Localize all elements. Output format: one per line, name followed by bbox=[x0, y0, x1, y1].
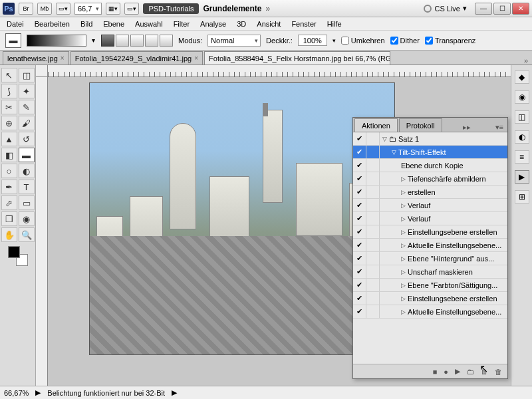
actions-icon[interactable]: ▶ bbox=[515, 170, 529, 184]
menu-bild[interactable]: Bild bbox=[80, 20, 92, 28]
tab-aktionen[interactable]: Aktionen bbox=[354, 118, 398, 132]
extras-button[interactable]: ▭▾ bbox=[124, 3, 139, 15]
close-icon[interactable]: × bbox=[194, 55, 198, 62]
disclosure-icon[interactable]: ▷ bbox=[401, 215, 406, 222]
status-arrow-icon[interactable]: ▶ bbox=[172, 388, 177, 397]
action-dialog-toggle[interactable] bbox=[366, 132, 380, 145]
action-row[interactable]: ✔Ebene durch Kopie bbox=[353, 159, 507, 172]
document-tab[interactable]: lenathewise.jpg× bbox=[3, 51, 69, 65]
minimize-button[interactable]: — bbox=[475, 3, 492, 15]
history-brush-tool[interactable]: ↺ bbox=[19, 132, 35, 146]
disclosure-icon[interactable]: ▷ bbox=[401, 242, 406, 249]
wand-tool[interactable]: ✦ bbox=[19, 84, 35, 98]
status-arrow-icon[interactable]: ▶ bbox=[35, 388, 41, 397]
disclosure-icon[interactable]: ▽ bbox=[392, 149, 396, 156]
action-dialog-toggle[interactable] bbox=[366, 225, 380, 238]
eyedropper-tool[interactable]: ✎ bbox=[19, 100, 35, 114]
crop-tool[interactable]: ✂ bbox=[1, 100, 17, 114]
shape-tool[interactable]: ▭ bbox=[19, 196, 35, 210]
lasso-tool[interactable]: ⟆ bbox=[1, 84, 17, 98]
brush-tool[interactable]: 🖌 bbox=[19, 116, 35, 130]
action-dialog-toggle[interactable] bbox=[366, 305, 380, 318]
action-row[interactable]: ✔▷Tiefenschärfe abmildern bbox=[353, 172, 507, 186]
type-tool[interactable]: T bbox=[19, 180, 35, 194]
action-dialog-toggle[interactable] bbox=[366, 146, 380, 158]
gradient-picker[interactable] bbox=[27, 35, 86, 47]
document-canvas[interactable] bbox=[89, 82, 395, 355]
disclosure-icon[interactable]: ▷ bbox=[401, 282, 406, 289]
action-row[interactable]: ✔▷Einstellungsebene erstellen bbox=[353, 225, 507, 239]
pen-tool[interactable]: ✒ bbox=[1, 180, 17, 194]
action-toggle-checkbox[interactable]: ✔ bbox=[353, 199, 366, 211]
zoom-select[interactable]: 66,7 bbox=[74, 3, 102, 15]
disclosure-icon[interactable]: ▷ bbox=[401, 176, 406, 182]
tabs-overflow-icon[interactable]: » bbox=[520, 57, 532, 65]
status-zoom[interactable]: 66,67% bbox=[4, 389, 29, 397]
stamp-tool[interactable]: ▲ bbox=[1, 132, 17, 146]
action-toggle-checkbox[interactable]: ✔ bbox=[353, 225, 366, 238]
bridge-button[interactable]: Br bbox=[19, 3, 33, 15]
action-row[interactable]: ✔▷Einstellungsebene erstellen bbox=[353, 292, 507, 305]
arrange-button[interactable]: ▦▾ bbox=[106, 3, 120, 15]
action-row[interactable]: ✔▷Unscharf maskieren bbox=[353, 265, 507, 279]
marquee-tool[interactable]: ◫ bbox=[19, 68, 35, 82]
action-dialog-toggle[interactable] bbox=[366, 159, 380, 172]
action-row[interactable]: ✔▽🗀Satz 1 bbox=[353, 132, 507, 146]
action-toggle-checkbox[interactable]: ✔ bbox=[353, 159, 366, 172]
action-row[interactable]: ✔▷erstellen bbox=[353, 186, 507, 199]
ruler-origin[interactable] bbox=[36, 65, 48, 77]
action-dialog-toggle[interactable] bbox=[366, 292, 380, 305]
3d-tool[interactable]: ❒ bbox=[1, 211, 17, 226]
menu-fenster[interactable]: Fenster bbox=[291, 20, 316, 28]
gradient-tool-indicator[interactable]: ▬ bbox=[5, 33, 21, 48]
action-dialog-toggle[interactable] bbox=[366, 212, 380, 225]
action-toggle-checkbox[interactable]: ✔ bbox=[353, 172, 366, 185]
menu-filter[interactable]: Filter bbox=[174, 20, 190, 28]
properties-icon[interactable]: ⊞ bbox=[515, 190, 529, 203]
document-tab[interactable]: Fotolia_8588494_S_Felix Horstmann.jpg be… bbox=[204, 51, 390, 65]
disclosure-icon[interactable]: ▷ bbox=[401, 295, 406, 302]
cslive-button[interactable]: CS Live ▾ bbox=[424, 4, 467, 13]
paths-icon[interactable]: ◫ bbox=[515, 110, 529, 124]
gradient-linear[interactable] bbox=[101, 35, 114, 47]
action-toggle-checkbox[interactable]: ✔ bbox=[353, 146, 366, 158]
action-row[interactable]: ✔▷Verlauf bbox=[353, 212, 507, 225]
action-toggle-checkbox[interactable]: ✔ bbox=[353, 292, 366, 305]
mode-select[interactable]: Normal bbox=[207, 35, 261, 47]
menu-ansicht[interactable]: Ansicht bbox=[257, 20, 281, 28]
3d-camera-tool[interactable]: ◉ bbox=[19, 211, 35, 226]
gradient-tool[interactable]: ▬ bbox=[19, 148, 35, 162]
record-icon[interactable]: ● bbox=[444, 368, 448, 376]
healing-tool[interactable]: ⊕ bbox=[1, 116, 17, 130]
adjustments-icon[interactable]: ◐ bbox=[515, 130, 529, 144]
blur-tool[interactable]: ○ bbox=[1, 164, 17, 178]
foreground-swatch[interactable] bbox=[8, 246, 20, 258]
gradient-reflected[interactable] bbox=[145, 35, 158, 47]
eraser-tool[interactable]: ◧ bbox=[1, 148, 17, 162]
disclosure-icon[interactable]: ▷ bbox=[401, 309, 406, 315]
panel-collapse-icon[interactable]: ▸▸ bbox=[459, 123, 475, 132]
action-toggle-checkbox[interactable]: ✔ bbox=[353, 186, 366, 198]
vertical-ruler[interactable] bbox=[36, 77, 48, 386]
new-action-icon[interactable]: 🗎 bbox=[481, 368, 488, 376]
stop-icon[interactable]: ■ bbox=[433, 368, 438, 376]
action-toggle-checkbox[interactable]: ✔ bbox=[353, 265, 366, 278]
disclosure-icon[interactable]: ▽ bbox=[382, 136, 387, 142]
maximize-button[interactable]: ☐ bbox=[493, 3, 511, 15]
action-toggle-checkbox[interactable]: ✔ bbox=[353, 239, 366, 251]
opacity-chevron-icon[interactable]: ▾ bbox=[332, 37, 336, 44]
action-row[interactable]: ✔▷Aktuelle Einstellungsebene... bbox=[353, 239, 507, 252]
menu-3d[interactable]: 3D bbox=[237, 20, 246, 28]
reverse-checkbox[interactable]: Umkehren bbox=[341, 37, 385, 45]
move-tool[interactable]: ↖ bbox=[1, 68, 17, 82]
disclosure-icon[interactable]: ▷ bbox=[401, 202, 406, 209]
close-icon[interactable]: × bbox=[61, 55, 65, 62]
gradient-radial[interactable] bbox=[116, 35, 129, 47]
disclosure-icon[interactable]: ▷ bbox=[401, 255, 406, 262]
action-row[interactable]: ✔▷Ebene "Farbton/Sättigung... bbox=[353, 279, 507, 292]
trash-icon[interactable]: 🗑 bbox=[495, 368, 502, 376]
action-dialog-toggle[interactable] bbox=[366, 239, 380, 251]
menu-bearbeiten[interactable]: Bearbeiten bbox=[35, 20, 70, 28]
disclosure-icon[interactable]: ▷ bbox=[401, 189, 406, 196]
disclosure-icon[interactable]: ▷ bbox=[401, 269, 406, 275]
